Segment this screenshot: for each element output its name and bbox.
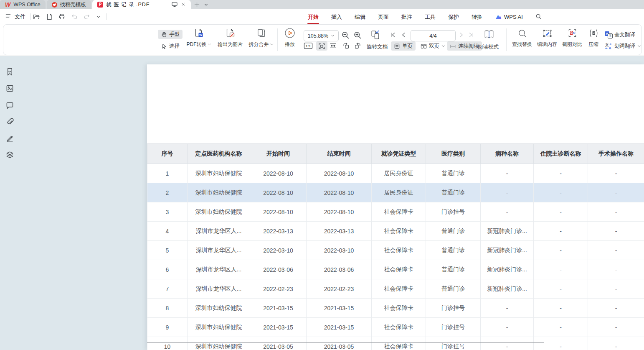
table-header-row: 序号定点医药机构名称开始时间结束时间就诊凭证类型医疗类别病种名称住院主诊断名称手…: [147, 144, 644, 164]
table-cell: 2022-03-10: [250, 241, 307, 260]
pdf-page[interactable]: 序号定点医药机构名称开始时间结束时间就诊凭证类型医疗类别病种名称住院主诊断名称手…: [147, 64, 644, 350]
redo-icon[interactable]: [84, 13, 90, 20]
table-cell: 9: [147, 318, 188, 337]
file-menu-button[interactable]: 文件: [15, 13, 25, 20]
zoom-out-button[interactable]: [341, 31, 350, 39]
tab-document[interactable]: P 就 医 记 录 .PDF: [92, 0, 191, 9]
table-cell: -: [588, 241, 644, 260]
table-cell: 社会保障卡: [372, 241, 426, 260]
full-text-translate-button[interactable]: A 字 全文翻译: [605, 30, 635, 39]
rotate-document-label[interactable]: 旋转文档: [367, 43, 388, 51]
split-merge-button[interactable]: 拆分合并: [246, 28, 276, 48]
swap-pages-icon[interactable]: [370, 29, 381, 41]
table-cell: 2022-08-10: [250, 183, 307, 202]
next-page-button[interactable]: [458, 32, 464, 38]
table-cell: 2021-03-15: [307, 299, 372, 318]
actual-size-button[interactable]: 1:1: [304, 42, 313, 49]
continuous-reading-button[interactable]: 连续阅读: [447, 41, 482, 51]
read-mode-icon[interactable]: [483, 29, 495, 40]
document-canvas[interactable]: 序号定点医药机构名称开始时间结束时间就诊凭证类型医疗类别病种名称住院主诊断名称手…: [0, 56, 644, 350]
table-cell: 2021-03-05: [307, 337, 372, 350]
open-file-icon[interactable]: [33, 13, 40, 20]
divider: [506, 28, 507, 51]
chevron-down-icon: [270, 43, 274, 46]
menu-item-home[interactable]: 开始: [308, 9, 319, 25]
wps-ai-button[interactable]: WPS AI: [495, 10, 523, 24]
layers-icon[interactable]: [5, 150, 14, 159]
table-cell: 2021-03-15: [250, 299, 307, 318]
wps-ai-icon: [495, 14, 502, 20]
left-panel-strip: [0, 56, 19, 350]
menu-item-annotate[interactable]: 批注: [401, 9, 412, 25]
thumbnails-icon[interactable]: [5, 84, 14, 93]
main-menu-icon[interactable]: [5, 13, 11, 20]
edit-content-button[interactable]: 编辑内容: [535, 28, 559, 48]
table-cell: -: [588, 260, 644, 279]
table-header-cell: 手术操作名称: [588, 144, 644, 164]
zoom-in-button[interactable]: [353, 31, 362, 39]
hand-tool-button[interactable]: 手型: [158, 30, 183, 39]
page-indicator-input[interactable]: 4/4: [411, 30, 456, 41]
first-page-button[interactable]: [390, 32, 396, 38]
menu-search-icon[interactable]: [535, 9, 542, 25]
table-cell: 新冠肺炎门诊...: [481, 241, 534, 260]
menu-item-edit[interactable]: 编辑: [355, 9, 365, 25]
table-cell: 8: [147, 299, 188, 318]
menu-item-page[interactable]: 页面: [378, 9, 389, 25]
menu-item-insert[interactable]: 插入: [331, 9, 342, 25]
fit-page-button[interactable]: [316, 41, 327, 51]
table-cell: -: [588, 337, 644, 350]
menu-item-protect[interactable]: 保护: [448, 9, 459, 25]
undo-icon[interactable]: [71, 13, 78, 20]
hand-icon: [161, 31, 167, 38]
table-cell: 新冠肺炎门诊...: [481, 260, 534, 279]
divider: [277, 28, 278, 51]
pdf-convert-button[interactable]: W PDF转换: [184, 28, 214, 48]
rotate-left-button[interactable]: [342, 42, 350, 49]
double-page-button[interactable]: 双页: [418, 41, 448, 51]
print-icon[interactable]: [58, 13, 65, 20]
save-icon[interactable]: [46, 13, 53, 20]
close-tab-icon[interactable]: [181, 2, 186, 8]
menu-item-tools[interactable]: 工具: [425, 9, 436, 25]
ribbon-toolbar: 手型 选择 W PDF转换 输出为图片 拆分合并 播放 105.88%: [0, 24, 644, 56]
find-replace-button[interactable]: 查找替换: [510, 28, 534, 48]
rotate-right-button[interactable]: [354, 42, 361, 49]
attachment-icon[interactable]: [5, 117, 14, 126]
tab-list-chevron-icon[interactable]: [201, 0, 210, 9]
table-cell: -: [534, 164, 588, 183]
window-tab-bar: W WPS Office 找稻壳模板 P 就 医 记 录 .PDF: [0, 0, 644, 9]
zoom-level-select[interactable]: 105.88%: [304, 30, 339, 41]
open-on-device-icon[interactable]: [171, 1, 178, 9]
signature-icon[interactable]: [5, 134, 14, 143]
table-cell: 社会保障卡: [372, 202, 426, 222]
screenshot-compare-button[interactable]: 截图对比: [560, 28, 584, 48]
bookmark-icon[interactable]: [5, 67, 14, 76]
last-page-button[interactable]: [468, 32, 474, 38]
table-header-cell: 开始时间: [250, 144, 307, 164]
export-as-image-button[interactable]: 输出为图片: [215, 28, 246, 48]
read-mode-label[interactable]: 阅读模式: [478, 43, 499, 51]
quickbar-chevron-icon[interactable]: [96, 15, 101, 19]
word-translate-button[interactable]: 文A 划词翻译: [605, 41, 641, 51]
play-button[interactable]: 播放: [280, 28, 300, 48]
fit-width-button[interactable]: [330, 42, 337, 49]
table-cell: -: [534, 318, 588, 337]
tab-wps-office[interactable]: W WPS Office: [0, 0, 46, 9]
select-tool-button[interactable]: 选择: [158, 41, 183, 51]
menu-item-convert[interactable]: 转换: [472, 9, 482, 25]
table-cell: 深圳市妇幼保健院: [188, 202, 250, 222]
table-cell: -: [481, 202, 534, 222]
new-tab-button[interactable]: [192, 0, 201, 9]
previous-page-button[interactable]: [401, 32, 407, 38]
compress-button[interactable]: 压缩: [586, 28, 601, 48]
comment-icon[interactable]: [5, 101, 14, 110]
table-header-cell: 住院主诊断名称: [534, 144, 588, 164]
table-cell: 4: [147, 222, 188, 241]
tab-docer-templates[interactable]: 找稻壳模板: [47, 0, 91, 9]
single-page-button[interactable]: 单页: [391, 41, 416, 51]
table-row: 1深圳市妇幼保健院2022-08-102022-08-10居民身份证普通门诊--…: [147, 164, 644, 183]
table-cell: 居民身份证: [372, 183, 426, 202]
single-page-icon: [394, 43, 400, 49]
table-cell: 5: [147, 241, 188, 260]
